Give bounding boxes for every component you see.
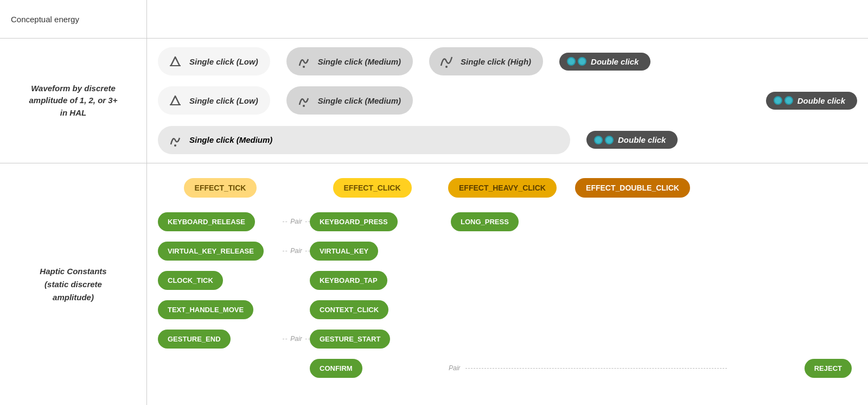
clock-tick-pill[interactable]: CLOCK_TICK [158,271,223,290]
wf-pill-double-2[interactable]: Double click [766,92,857,110]
waveform-high-icon-1 [437,52,456,71]
main-container: Conceptual energy Waveform by discreteam… [0,0,868,405]
virtual-key-release-pill[interactable]: VIRTUAL_KEY_RELEASE [158,242,264,261]
gesture-end-pill[interactable]: GESTURE_END [158,330,231,349]
haptic-constants-rows: KEYBOARD_RELEASE Pair KEYBOARD_PRESS LON… [158,210,857,380]
haptic-row-virtual: VIRTUAL_KEY_RELEASE Pair VIRTUAL_KEY [158,239,857,263]
wf-pill-double-1[interactable]: Double click [559,53,650,71]
svg-point-4 [303,105,305,107]
haptic-row-text-handle: TEXT_HANDLE_MOVE CONTEXT_CLICK [158,298,857,321]
haptic-section: EFFECT_TICK EFFECT_CLICK EFFECT_HEAVY_CL… [147,163,868,405]
wf-text-medium-1: Single click (Medium) [318,57,401,66]
waveform-medium-icon-2 [294,91,314,110]
wf-pill-low-1[interactable]: Single click (Low) [158,47,270,75]
waveform-row-2: Single click (Low) Single click (Medium) [158,86,857,115]
haptic-row-clock: CLOCK_TICK KEYBOARD_TAP [158,268,857,292]
effects-header-row: EFFECT_TICK EFFECT_CLICK EFFECT_HEAVY_CL… [158,174,857,201]
wf-text-double-1: Double click [591,57,639,66]
effect-tick-pill[interactable]: EFFECT_TICK [184,178,257,198]
wf-text-high-1: Single click (High) [461,57,531,66]
effect-heavy-pill[interactable]: EFFECT_HEAVY_CLICK [448,178,557,198]
keyboard-release-pill[interactable]: KEYBOARD_RELEASE [158,212,255,231]
waveform-medium-icon-1 [294,52,314,71]
virtual-key-pill[interactable]: VIRTUAL_KEY [310,242,378,261]
waveform-section: Single click (Low) Single click (Medium) [147,38,868,163]
confirm-pill[interactable]: CONFIRM [310,359,362,378]
effect-double-pill[interactable]: EFFECT_DOUBLE_CLICK [575,178,690,198]
haptic-row-keyboard: KEYBOARD_RELEASE Pair KEYBOARD_PRESS LON… [158,210,857,233]
waveform-row-3: Single click (Medium) Double click [158,126,857,154]
waveform-low-icon-1 [165,52,185,71]
double-click-icon-1 [567,57,586,66]
double-click-icon-3 [594,136,614,144]
pair-label-virtual: Pair [288,247,304,255]
wf-pill-high-1[interactable]: Single click (High) [429,47,543,75]
wf-pill-double-3[interactable]: Double click [586,131,678,149]
text-handle-move-pill[interactable]: TEXT_HANDLE_MOVE [158,300,253,319]
wf-text-medium-3: Single click (Medium) [189,135,272,144]
haptic-row-gesture: GESTURE_END Pair GESTURE_START [158,327,857,351]
long-press-pill[interactable]: LONG_PRESS [451,212,519,231]
haptic-row-confirm: CONFIRM Pair REJECT [158,356,857,380]
conceptual-energy-label: Conceptual energy [0,0,146,38]
keyboard-press-pill[interactable]: KEYBOARD_PRESS [310,212,398,231]
left-labels: Conceptual energy Waveform by discreteam… [0,0,146,405]
wf-pill-medium-3[interactable]: Single click (Medium) [158,126,570,154]
pair-label-keyboard: Pair [288,218,304,225]
svg-point-2 [445,66,448,68]
energy-row: Weak Strong [147,0,868,38]
wf-pill-medium-2[interactable]: Single click (Medium) [286,86,413,115]
haptic-label: Haptic Constants(static discreteamplitud… [0,163,146,405]
keyboard-tap-pill[interactable]: KEYBOARD_TAP [310,271,387,290]
pair-label-gesture: Pair [288,335,304,343]
wf-text-double-2: Double click [797,96,845,105]
svg-point-5 [174,144,176,147]
right-content: Weak Strong Single click (Low) [146,0,868,405]
strong-label: Strong [802,12,841,26]
double-click-icon-2 [774,96,793,105]
wf-text-double-3: Double click [618,135,666,144]
wf-text-medium-2: Single click (Medium) [318,96,401,105]
waveform-row-1: Single click (Low) Single click (Medium) [158,47,857,75]
svg-point-1 [303,66,305,68]
wf-pill-medium-1[interactable]: Single click (Medium) [286,47,413,75]
gesture-start-pill[interactable]: GESTURE_START [310,330,390,349]
wf-pill-low-2[interactable]: Single click (Low) [158,86,270,115]
waveform-medium-icon-3 [165,130,185,150]
waveform-low-icon-2 [165,91,185,110]
waveform-label: Waveform by discreteamplitude of 1, 2, o… [0,38,146,163]
reject-pill[interactable]: REJECT [805,359,852,378]
wf-text-low-1: Single click (Low) [189,57,258,66]
context-click-pill[interactable]: CONTEXT_CLICK [310,300,388,319]
weak-label: Weak [158,13,186,26]
wf-text-low-2: Single click (Low) [189,96,258,105]
effect-click-pill[interactable]: EFFECT_CLICK [333,178,412,198]
pair-label-confirm: Pair [445,364,463,372]
